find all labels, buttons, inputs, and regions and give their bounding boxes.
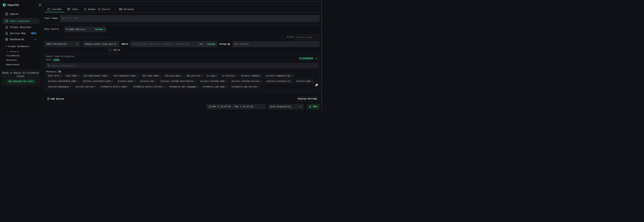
svg-text:3: 3 <box>85 8 86 10</box>
svg-text:2: 2 <box>84 9 85 10</box>
